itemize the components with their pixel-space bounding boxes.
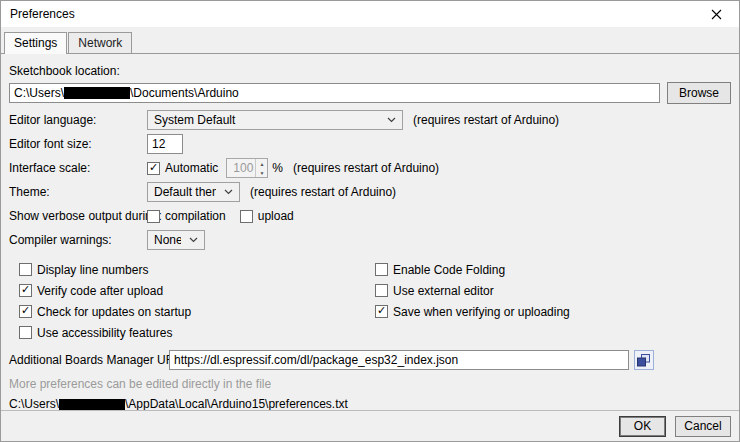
ok-button[interactable]: OK [619,416,666,437]
scale-value-spinner[interactable]: 100 ▲ ▼ [226,158,268,178]
check-for-updates-checkbox[interactable]: Check for updates on startup [19,301,375,322]
open-urls-editor-button[interactable] [634,350,654,370]
tab-strip: Settings Network [1,27,739,54]
browse-button[interactable]: Browse [667,82,731,104]
compilation-label: compilation [165,209,226,223]
spinner-down-icon[interactable]: ▼ [256,168,267,177]
pref-path-suffix: \AppData\Local\Arduino15\preferences.txt [125,397,348,410]
title-bar: Preferences [1,1,739,27]
option-label: Use accessibility features [37,326,172,340]
upload-label: upload [258,209,294,223]
compiler-warnings-row: Compiler warnings: None [9,230,731,250]
option-label: Enable Code Folding [393,263,505,277]
redacted-username [59,399,125,410]
verbose-output-row: Show verbose output during: compilation … [9,206,731,226]
display-line-numbers-checkbox[interactable]: Display line numbers [19,259,375,280]
close-icon[interactable] [701,3,731,25]
option-label: Use external editor [393,284,494,298]
editor-font-size-row: Editor font size: 12 [9,134,731,154]
boards-manager-urls-label: Additional Boards Manager URLs: [9,353,169,367]
compiler-warnings-label: Compiler warnings: [9,233,147,247]
chevron-down-icon [189,237,198,243]
automatic-scale-checkbox[interactable]: Automatic [147,161,218,175]
checkbox-box[interactable] [147,162,160,175]
options-column-right: Enable Code Folding Use external editor … [375,259,731,343]
options-column-left: Display line numbers Verify code after u… [9,259,375,343]
sketchbook-path-suffix: \Documents\Arduino [130,86,239,100]
verbose-upload-checkbox[interactable]: upload [240,209,294,223]
checkbox-box[interactable] [375,305,388,318]
language-restart-note: (requires restart of Arduino) [413,113,559,127]
theme-label: Theme: [9,185,147,199]
option-label: Display line numbers [37,263,148,277]
editor-language-value: System Default [154,113,379,127]
editor-font-size-input[interactable]: 12 [147,134,183,154]
chevron-down-icon [387,117,396,123]
verify-code-after-upload-checkbox[interactable]: Verify code after upload [19,280,375,301]
sketchbook-row: C:\Users\\Documents\Arduino Browse [9,82,731,104]
checkbox-box[interactable] [375,263,388,276]
spinner-up-icon[interactable]: ▲ [256,159,267,168]
dialog-footer: OK Cancel [1,410,739,441]
compiler-warnings-value: None [154,233,181,247]
cancel-button[interactable]: Cancel [675,416,731,437]
theme-value: Default theme [154,185,216,199]
theme-select[interactable]: Default theme [147,182,240,202]
scale-value: 100 [227,159,255,177]
editor-font-size-label: Editor font size: [9,137,147,151]
save-when-verifying-checkbox[interactable]: Save when verifying or uploading [375,301,731,322]
editor-language-row: Editor language: System Default (require… [9,110,731,130]
chevron-down-icon [224,189,233,195]
boards-manager-urls-input[interactable]: https://dl.espressif.com/dl/package_esp3… [169,350,629,370]
tab-settings[interactable]: Settings [4,32,67,54]
sketchbook-path-prefix: C:\Users\ [14,86,64,100]
boards-manager-urls-row: Additional Boards Manager URLs: https://… [9,350,731,370]
checkbox-box[interactable] [19,284,32,297]
pref-path-prefix: C:\Users\ [9,397,59,410]
windows-overlap-icon [637,354,651,367]
editor-language-select[interactable]: System Default [147,110,403,130]
sketchbook-location-input[interactable]: C:\Users\\Documents\Arduino [9,83,660,103]
window-title: Preferences [10,7,701,21]
checkbox-box[interactable] [375,284,388,297]
checkbox-box[interactable] [240,210,253,223]
tab-network[interactable]: Network [68,32,132,53]
preferences-dialog: Preferences Settings Network Sketchbook … [0,0,740,442]
settings-panel: Sketchbook location: C:\Users\\Documents… [1,54,739,410]
more-preferences-note: More preferences can be edited directly … [9,377,731,391]
use-accessibility-features-checkbox[interactable]: Use accessibility features [19,322,375,343]
option-label: Check for updates on startup [37,305,191,319]
percent-sign: % [272,161,283,175]
checkbox-box[interactable] [19,305,32,318]
option-label: Save when verifying or uploading [393,305,570,319]
interface-scale-label: Interface scale: [9,161,147,175]
preferences-file-path: C:\Users\\AppData\Local\Arduino15\prefer… [9,397,731,410]
automatic-label: Automatic [165,161,218,175]
editor-language-label: Editor language: [9,113,147,127]
boards-manager-urls-value: https://dl.espressif.com/dl/package_esp3… [174,353,458,367]
checkbox-box[interactable] [19,263,32,276]
compiler-warnings-select[interactable]: None [147,230,205,250]
redacted-username [64,87,130,99]
enable-code-folding-checkbox[interactable]: Enable Code Folding [375,259,731,280]
verbose-compilation-checkbox[interactable]: compilation [147,209,226,223]
scale-restart-note: (requires restart of Arduino) [293,161,439,175]
spinner-arrows[interactable]: ▲ ▼ [255,159,267,177]
checkbox-box[interactable] [19,326,32,339]
sketchbook-location-label: Sketchbook location: [9,64,731,78]
use-external-editor-checkbox[interactable]: Use external editor [375,280,731,301]
option-label: Verify code after upload [37,284,163,298]
theme-row: Theme: Default theme (requires restart o… [9,182,731,202]
interface-scale-row: Interface scale: Automatic 100 ▲ ▼ % (re… [9,158,731,178]
checkbox-box[interactable] [147,210,160,223]
editor-font-size-value: 12 [152,137,165,151]
theme-restart-note: (requires restart of Arduino) [250,185,396,199]
verbose-output-label: Show verbose output during: [9,209,147,223]
options-grid: Display line numbers Verify code after u… [9,259,731,343]
